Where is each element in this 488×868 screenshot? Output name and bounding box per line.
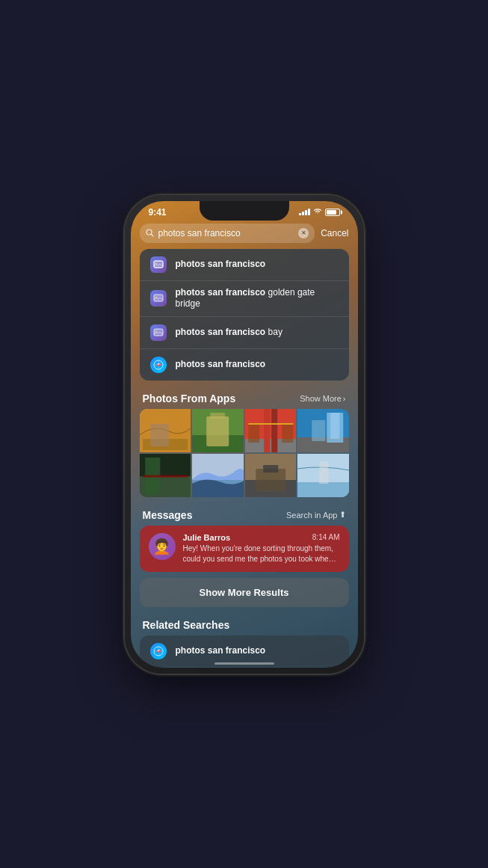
safari-icon (150, 643, 167, 659)
phone-device: 9:41 (125, 195, 364, 674)
search-icon (146, 229, 154, 237)
svg-rect-26 (282, 424, 293, 443)
search-content: photos san francisco ✕ Cancel (131, 221, 358, 668)
photos-show-more-button[interactable]: Show More › (300, 394, 345, 403)
messages-section-title: Messages (143, 509, 193, 521)
svg-rect-5 (154, 295, 163, 301)
messages-section-header: Messages Search in App ⬆ (140, 505, 349, 526)
photos-app-icon (150, 290, 167, 307)
photo-cell[interactable] (245, 454, 297, 497)
suggestion-icon (149, 255, 168, 274)
suggestion-item[interactable]: photos san francisco golden gate bridge (140, 281, 349, 317)
message-preview: Hey! When you're done sorting through th… (183, 544, 340, 564)
suggestion-item[interactable]: photos san francisco bay (140, 317, 349, 349)
message-header: Julie Barros 8:14 AM (183, 533, 340, 542)
photo-cell[interactable] (140, 409, 191, 452)
related-searches-section: Related Searches (140, 615, 349, 667)
related-item-icon (149, 641, 168, 661)
photos-app-icon (150, 256, 167, 273)
svg-rect-19 (206, 416, 229, 446)
photo-cell[interactable] (192, 454, 244, 497)
photos-grid (140, 409, 349, 497)
search-input-text: photos san francisco (158, 228, 294, 238)
chevron-right-icon: › (343, 394, 346, 403)
svg-rect-42 (263, 465, 278, 473)
photos-app-icon (150, 324, 167, 341)
svg-rect-31 (330, 413, 339, 439)
signal-icon (299, 209, 310, 215)
message-content: Julie Barros 8:14 AM Hey! When you're do… (183, 533, 340, 564)
external-link-icon: ⬆ (339, 510, 346, 520)
status-icons (299, 208, 340, 216)
phone-notch (200, 201, 289, 221)
suggestion-icon (149, 323, 168, 342)
svg-rect-16 (150, 424, 169, 446)
svg-rect-2 (154, 261, 163, 268)
svg-rect-25 (248, 424, 259, 443)
svg-line-1 (151, 234, 153, 236)
suggestion-icon (149, 289, 168, 308)
avatar: 🧑‍🦱 (149, 533, 176, 560)
suggestion-icon (149, 355, 168, 375)
home-indicator[interactable] (214, 662, 274, 665)
photo-cell[interactable] (192, 409, 244, 452)
messages-search-in-app-button[interactable]: Search in App ⬆ (286, 510, 346, 520)
suggestions-list: photos san francisco (140, 249, 349, 381)
svg-rect-20 (210, 413, 225, 419)
related-searches-title: Related Searches (143, 619, 230, 631)
svg-rect-44 (297, 482, 349, 497)
battery-icon (325, 209, 340, 216)
show-more-results-button[interactable]: Show More Results (140, 578, 349, 607)
suggestion-text: photos san francisco (176, 259, 266, 271)
related-search-text: photos san francisco (176, 645, 266, 657)
related-searches-header: Related Searches (140, 615, 349, 635)
svg-rect-7 (154, 329, 163, 336)
message-time: 8:14 AM (312, 533, 340, 541)
suggestion-item[interactable]: photos san francisco (140, 349, 349, 381)
photo-cell[interactable] (297, 409, 349, 452)
safari-app-icon (150, 357, 167, 373)
search-bar: photos san francisco ✕ Cancel (140, 224, 349, 243)
status-time: 9:41 (149, 207, 167, 218)
message-sender: Julie Barros (183, 533, 231, 542)
photo-cell[interactable] (297, 454, 349, 497)
messages-section: Messages Search in App ⬆ 🧑‍🦱 Julie Barro… (140, 505, 349, 572)
suggestion-text: photos san francisco (176, 359, 266, 371)
suggestion-text: photos san francisco golden gate bridge (176, 287, 340, 310)
suggestion-item[interactable]: photos san francisco (140, 249, 349, 281)
photo-cell[interactable] (245, 409, 297, 452)
battery-fill (327, 210, 337, 215)
memoji-image: 🧑‍🦱 (152, 538, 171, 555)
message-card[interactable]: 🧑‍🦱 Julie Barros 8:14 AM Hey! When you'r… (140, 526, 349, 572)
search-input-container[interactable]: photos san francisco ✕ (140, 224, 315, 243)
phone-screen: 9:41 (131, 201, 358, 668)
search-clear-button[interactable]: ✕ (298, 228, 309, 238)
svg-rect-32 (312, 420, 325, 441)
photos-section-title: Photos From Apps (143, 393, 236, 404)
wifi-icon (313, 208, 322, 216)
cancel-button[interactable]: Cancel (321, 228, 348, 238)
photo-cell[interactable] (140, 454, 191, 497)
svg-rect-45 (319, 461, 328, 484)
suggestion-text: photos san francisco bay (176, 327, 282, 339)
photos-section-header: Photos From Apps Show More › (140, 388, 349, 409)
